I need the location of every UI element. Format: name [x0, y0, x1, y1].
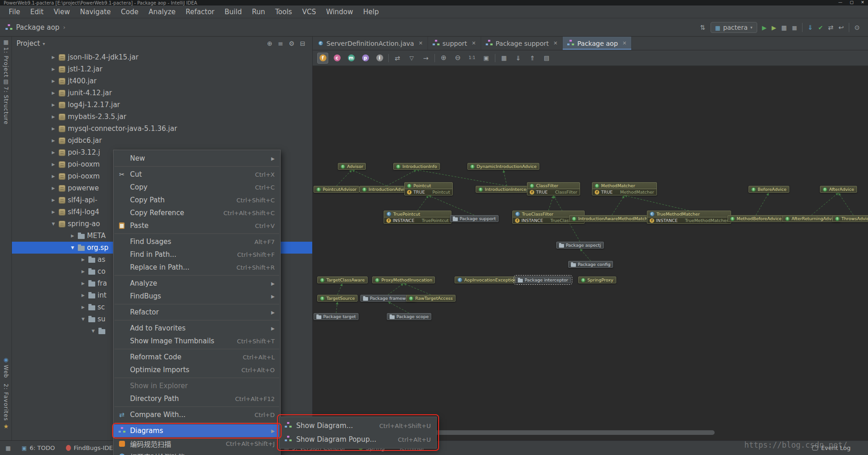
menu-item-replace-in-path-[interactable]: Replace in Path...Ctrl+Shift+R — [114, 261, 280, 274]
menu-item-show-diagram-[interactable]: Show Diagram...Ctrl+Alt+Shift+U — [280, 419, 436, 433]
save-diagram-button[interactable]: ⇓ — [513, 53, 524, 64]
stripe-2-favorites[interactable]: 2: Favorites★ — [0, 384, 12, 429]
menu-edit[interactable]: Edit — [25, 5, 49, 18]
close-button[interactable]: ✕ — [861, 0, 864, 5]
run-button[interactable]: ▶ — [762, 23, 767, 32]
diagram-node-introductionawaremethodmatcher[interactable]: IIntroductionAwareMethodMatcher — [569, 215, 655, 222]
menu-view[interactable]: View — [49, 5, 75, 18]
diagram-node-pointcutadvisor[interactable]: IPointcutAdvisor — [314, 186, 359, 193]
menu-item-show-diagram-popup-[interactable]: Show Diagram Popup...Ctrl+Alt+U — [280, 433, 436, 446]
tab-serverdefinitionaction-java[interactable]: CServerDefinitionAction.java✕ — [314, 37, 428, 50]
diagram-node-truemethodmatcher[interactable]: CTrueMethodMatcherfINSTANCETrueMethodMat… — [647, 211, 731, 224]
collapse-all-button[interactable]: ⊟ — [298, 39, 308, 48]
menu-item-refactor[interactable]: Refactor▶ — [114, 306, 280, 319]
tree-item[interactable]: ▶json-lib-2.4-jdk15.jar — [12, 51, 312, 63]
diagram-node-afteradvice[interactable]: IAfterAdvice — [820, 186, 857, 193]
breadcrumb[interactable]: Package aop › — [5, 23, 65, 32]
menu-item-打开实时检测功能[interactable]: 打开实时检测功能 — [114, 450, 280, 455]
diagram-node-pkg-aspectj[interactable]: Package aspectj — [556, 242, 604, 249]
tree-item[interactable]: ▶ojdbc6.jar — [12, 135, 312, 146]
menu-analyze[interactable]: Analyze — [143, 5, 180, 18]
vcs-update-button[interactable]: ⇓ — [808, 23, 813, 32]
menu-item-paste[interactable]: PasteCtrl+V — [114, 219, 280, 232]
menu-item-编码规范扫描[interactable]: 编码规范扫描Ctrl+Alt+Shift+J — [114, 437, 280, 450]
diagram-node-aopinvocationexception[interactable]: CAopInvocationException — [455, 276, 519, 283]
stripe-7-structure[interactable]: ▤7: Structure — [0, 79, 12, 125]
locate-button[interactable]: ⊕ — [265, 39, 275, 48]
show-constructors-button[interactable]: c — [331, 53, 342, 64]
diagram-node-pkg-scope[interactable]: Package scope — [387, 313, 431, 320]
diagram-node-pointcut[interactable]: IPointcutfTRUEPointcut — [404, 182, 453, 195]
diagram-node-methodmatcher[interactable]: IMethodMatcherfTRUEMethodMatcher — [592, 182, 657, 195]
flatten-button[interactable]: ≡ — [276, 39, 286, 48]
show-methods-button[interactable]: m — [346, 53, 357, 64]
diagram-node-throwsadvice[interactable]: IThrowsAdvice — [832, 215, 868, 222]
diagram-node-beforeadvice[interactable]: IBeforeAdvice — [749, 186, 789, 193]
menu-code[interactable]: Code — [116, 5, 143, 18]
tree-item[interactable]: ▶jstl-1.2.jar — [12, 63, 312, 75]
minimize-button[interactable]: — — [838, 0, 842, 5]
tree-item[interactable]: ▶junit-4.12.jar — [12, 87, 312, 99]
tree-item[interactable]: ▶mysql-connector-java-5.1.36.jar — [12, 123, 312, 135]
fit-content-button[interactable]: ▣ — [481, 53, 492, 64]
diagram-node-pkg-target[interactable]: Package target — [314, 313, 358, 320]
diagram-node-afterreturningadvice[interactable]: IAfterReturningAdvice — [782, 215, 841, 222]
zoom-in-button[interactable]: ⊕ — [438, 53, 449, 64]
settings-button[interactable]: ⚙ — [287, 39, 297, 48]
actual-size-button[interactable]: 1:1 — [467, 53, 477, 64]
tab-package-aop[interactable]: Package aop✕ — [563, 37, 632, 50]
run-configuration-selector[interactable]: ▦ pactera ▾ — [711, 22, 757, 33]
diagram-node-proxymethodinvocation[interactable]: IProxyMethodInvocation — [372, 276, 435, 283]
menu-item-cut[interactable]: ✂CutCtrl+X — [114, 168, 280, 181]
diagram-node-targetsource[interactable]: ITargetSource — [317, 295, 358, 302]
filter-edges-button[interactable]: ▽ — [406, 53, 417, 64]
menu-item-copy-reference[interactable]: Copy ReferenceCtrl+Alt+Shift+C — [114, 206, 280, 219]
menu-item-find-usages[interactable]: Find UsagesAlt+F7 — [114, 235, 280, 248]
menu-item-new[interactable]: New▶ — [114, 152, 280, 165]
menu-build[interactable]: Build — [220, 5, 247, 18]
status-6-todo[interactable]: ▣6: TODO — [22, 444, 55, 451]
diagram-node-introductioninfo[interactable]: IIntroductionInfo — [393, 163, 440, 170]
zoom-out-button[interactable]: ⊖ — [452, 53, 463, 64]
menu-navigate[interactable]: Navigate — [75, 5, 116, 18]
diagram-node-truepointcut[interactable]: CTruePointcutfINSTANCETruePointcut — [384, 211, 451, 224]
menu-item-compare-with-[interactable]: ⇄Compare With...Ctrl+D — [114, 408, 280, 421]
tab-support[interactable]: support✕ — [428, 37, 481, 50]
stop-button[interactable]: ■ — [792, 23, 797, 32]
diagram-node-rawtargetaccess[interactable]: IRawTargetAccess — [406, 295, 456, 302]
menu-window[interactable]: Window — [321, 5, 358, 18]
stripe-1-project[interactable]: ▦1: Project — [0, 39, 12, 78]
tree-item[interactable]: ▶mybatis-2.3.5.jar — [12, 111, 312, 123]
show-inner-classes-button[interactable]: i — [374, 53, 385, 64]
snap-to-grid-button[interactable]: ▦ — [499, 53, 510, 64]
chevron-down-icon[interactable]: ▾ — [43, 41, 45, 46]
vcs-revert-button[interactable]: ↩ — [839, 23, 844, 32]
close-icon[interactable]: ✕ — [553, 40, 558, 46]
status-findbugs-idea[interactable]: FindBugs-IDEA — [66, 444, 117, 451]
diagram-node-advisor[interactable]: IAdvisor — [338, 163, 366, 170]
vcs-compare-button[interactable]: ⇄ — [828, 23, 834, 32]
menu-item-copy-path[interactable]: Copy PathCtrl+Shift+C — [114, 194, 280, 206]
profiler-button[interactable]: ▦ — [781, 23, 787, 32]
menu-item-show-in-explorer[interactable]: Show in Explorer — [114, 379, 280, 392]
edge-creation-button[interactable]: → — [420, 53, 431, 64]
menu-item-show-image-thumbnails[interactable]: Show Image ThumbnailsCtrl+Shift+T — [114, 335, 280, 347]
diagram-node-targetclassaware[interactable]: ITargetClassAware — [317, 276, 368, 283]
coverage-button[interactable]: ▶ — [772, 23, 776, 32]
menu-vcs[interactable]: VCS — [297, 5, 321, 18]
menu-item-optimize-imports[interactable]: Optimize ImportsCtrl+Alt+O — [114, 363, 280, 376]
menu-item-directory-path[interactable]: Directory PathCtrl+Alt+F12 — [114, 392, 280, 405]
status-event-log[interactable]: Event Log — [812, 444, 851, 451]
close-icon[interactable]: ✕ — [472, 40, 476, 46]
export-diagram-button[interactable]: ⇑ — [527, 53, 538, 64]
search-everywhere-button[interactable]: ⊙ — [854, 23, 860, 32]
menu-item-diagrams[interactable]: Diagrams▶ — [114, 424, 280, 437]
menu-refactor[interactable]: Refactor — [181, 5, 220, 18]
menu-file[interactable]: File — [4, 5, 25, 18]
diagram-node-pkg-config[interactable]: Package config — [568, 261, 613, 268]
show-fields-button[interactable]: f — [317, 53, 328, 64]
maximize-button[interactable]: ▢ — [850, 0, 854, 5]
menu-item-add-to-favorites[interactable]: Add to Favorites▶ — [114, 322, 280, 335]
tab-package-support[interactable]: Package support✕ — [481, 37, 563, 50]
diagram-node-springproxy[interactable]: ISpringProxy — [578, 276, 616, 283]
